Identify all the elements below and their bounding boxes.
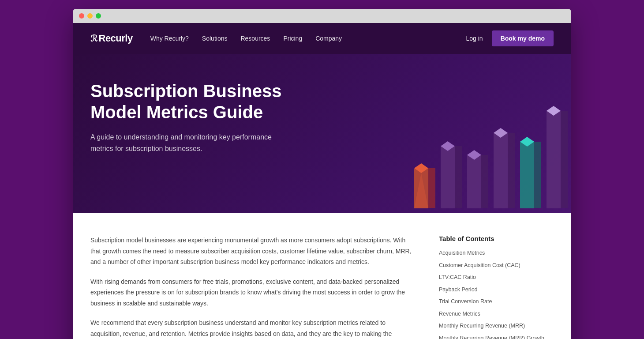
svg-rect-4: [441, 147, 455, 208]
toc-sidebar: Table of Contents Acquisition Metrics Cu…: [439, 235, 554, 339]
main-content: Subscription model businesses are experi…: [73, 213, 571, 339]
svg-marker-18: [561, 111, 568, 208]
toc-item-payback[interactable]: Payback Period: [439, 286, 554, 294]
nav-link-company[interactable]: Company: [315, 35, 342, 42]
toc-item-revenue-metrics[interactable]: Revenue Metrics: [439, 310, 554, 318]
svg-marker-15: [534, 142, 541, 208]
toc-title: Table of Contents: [439, 235, 554, 242]
hero-content: Subscription Business Model Metrics Guid…: [90, 80, 333, 181]
hero-subtitle: A guide to understanding and monitoring …: [90, 132, 289, 154]
toc-item-mrr[interactable]: Monthly Recurring Revenue (MRR): [439, 322, 554, 330]
minimize-button-icon[interactable]: [87, 13, 93, 19]
nav-link-solutions[interactable]: Solutions: [202, 35, 228, 42]
nav-links: Why Recurly? Solutions Resources Pricing…: [150, 35, 466, 42]
browser-window: ℛ Recurly Why Recurly? Solutions Resourc…: [73, 9, 571, 339]
book-demo-button[interactable]: Book my demo: [492, 30, 554, 46]
toc-item-mrr-growth[interactable]: Monthly Recurring Revenue (MRR) Growth: [439, 335, 554, 339]
toc-item-cac[interactable]: Customer Acquisition Cost (CAC): [439, 262, 554, 270]
nav-actions: Log in Book my demo: [466, 30, 554, 46]
article-paragraph-3: We recommend that every subscription bus…: [90, 317, 412, 339]
close-button-icon[interactable]: [79, 13, 84, 19]
svg-marker-12: [508, 133, 515, 208]
hero-chart: [395, 85, 571, 213]
article-body: Subscription model businesses are experi…: [90, 235, 412, 339]
nav-link-resources[interactable]: Resources: [240, 35, 270, 42]
article-paragraph-2: With rising demands from consumers for f…: [90, 276, 412, 309]
svg-marker-2: [428, 168, 435, 208]
browser-chrome: [73, 9, 571, 23]
maximize-button-icon[interactable]: [96, 13, 101, 19]
navbar: ℛ Recurly Why Recurly? Solutions Resourc…: [73, 23, 571, 54]
nav-link-pricing[interactable]: Pricing: [283, 35, 302, 42]
toc-list: Acquisition Metrics Customer Acquisition…: [439, 249, 554, 339]
svg-rect-10: [494, 133, 508, 208]
svg-rect-16: [547, 111, 561, 208]
hero-title: Subscription Business Model Metrics Guid…: [90, 80, 333, 123]
svg-rect-13: [520, 142, 534, 208]
toc-item-trial-conversion[interactable]: Trial Conversion Rate: [439, 298, 554, 306]
article-paragraph-1: Subscription model businesses are experi…: [90, 235, 412, 267]
login-link[interactable]: Log in: [466, 35, 483, 42]
toc-item-acquisition-metrics[interactable]: Acquisition Metrics: [439, 249, 554, 257]
hero-section: Subscription Business Model Metrics Guid…: [73, 54, 571, 213]
toc-item-ltv-cac[interactable]: LTV:CAC Ratio: [439, 274, 554, 282]
svg-marker-6: [455, 146, 462, 208]
nav-link-why-recurly[interactable]: Why Recurly?: [150, 35, 189, 42]
svg-marker-9: [481, 155, 488, 208]
logo[interactable]: ℛ Recurly: [90, 33, 133, 44]
svg-rect-7: [467, 155, 481, 208]
